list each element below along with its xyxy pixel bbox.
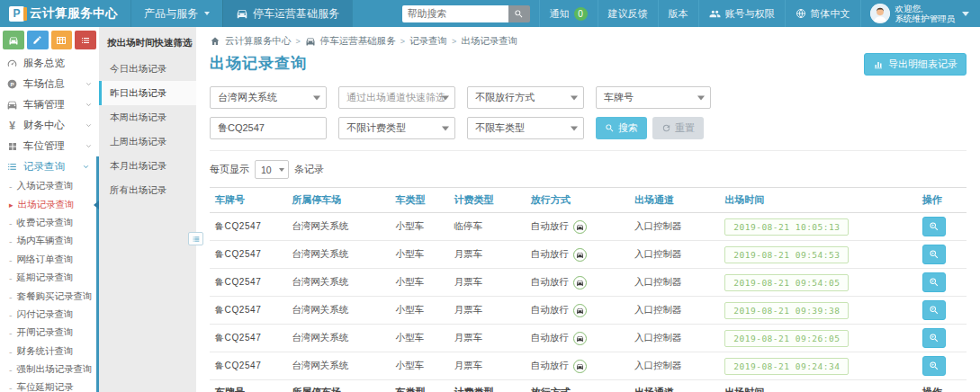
release-mode-select[interactable]: 不限放行方式 bbox=[467, 86, 584, 109]
sidebar-subitem[interactable]: 入场记录查询 bbox=[0, 177, 96, 195]
exit-channel-select[interactable]: 通过出场通道快速筛选 bbox=[338, 86, 455, 109]
sidebar-subitem[interactable]: 财务统计查询 bbox=[0, 343, 96, 361]
sidebar-item-overview[interactable]: 服务总览 bbox=[0, 53, 99, 74]
quick-list-button[interactable] bbox=[75, 31, 96, 49]
sidebar-subitem-label: 开闸记录查询 bbox=[17, 326, 74, 339]
exit-records-table: 车牌号 所属停车场 车类型 计费类型 放行方式 出场通道 出场时间 操作 鲁CQ… bbox=[210, 187, 967, 392]
breadcrumb-item[interactable]: 出场记录查询 bbox=[461, 35, 517, 48]
time-filter-title: 按出场时间快速筛选 bbox=[99, 27, 196, 57]
nav-products-menu[interactable]: 产品与服务 bbox=[131, 0, 222, 27]
view-detail-button[interactable] bbox=[922, 356, 946, 376]
quick-table-button[interactable] bbox=[51, 31, 73, 49]
quick-edit-button[interactable] bbox=[27, 31, 49, 49]
view-detail-button[interactable] bbox=[922, 245, 946, 264]
sidebar-subitem[interactable]: 套餐购买记录查询 bbox=[0, 287, 96, 305]
table-footer-row: 车牌号 所属停车场 车类型 计费类型 放行方式 出场通道 出场时间 操作 bbox=[210, 380, 967, 392]
time-filter-item-label: 今日出场记录 bbox=[110, 63, 166, 76]
list-icon bbox=[6, 161, 18, 173]
nav-feedback[interactable]: 建议反馈 bbox=[598, 0, 658, 27]
sidebar-subitem[interactable]: 场内车辆查询 bbox=[0, 232, 96, 250]
breadcrumb: 云计算服务中心 > 停车运营基础服务 > 记录查询 > 出场记录查询 bbox=[210, 34, 967, 49]
help-search-input[interactable] bbox=[402, 5, 508, 22]
reset-button[interactable]: 重置 bbox=[652, 117, 704, 139]
nav-language[interactable]: 简体中文 bbox=[785, 0, 860, 27]
chevron-down-icon bbox=[85, 142, 93, 150]
time-filter-item[interactable]: 本月出场记录 bbox=[99, 154, 196, 178]
column-header[interactable]: 所属停车场 bbox=[286, 188, 390, 213]
sidebar-subitem[interactable]: 开闸记录查询 bbox=[0, 324, 96, 342]
sidebar-item-space-mgmt[interactable]: 车位管理 bbox=[0, 136, 99, 156]
sidebar-item-vehicle-mgmt[interactable]: 车辆管理 bbox=[0, 94, 99, 115]
breadcrumb-item[interactable]: 停车运营基础服务 bbox=[320, 35, 396, 48]
billing-type-select[interactable]: 不限计费类型 bbox=[338, 117, 455, 139]
time-filter-item[interactable]: 上周出场记录 bbox=[99, 129, 196, 154]
export-records-button[interactable]: 导出明细表记录 bbox=[864, 53, 967, 76]
sidebar-subitem-label: 入场记录查询 bbox=[17, 180, 74, 192]
view-detail-button[interactable] bbox=[922, 272, 946, 292]
sidebar-subitem-label: 收费记录查询 bbox=[17, 217, 74, 229]
sidebar-subitem[interactable]: 强制出场记录查询 bbox=[0, 361, 96, 379]
car-type: 小型车 bbox=[395, 332, 424, 343]
time-filter-item[interactable]: 今日出场记录 bbox=[99, 57, 196, 81]
car-type: 小型车 bbox=[395, 304, 424, 315]
sidebar-subitem[interactable]: 车位延期记录 bbox=[0, 379, 96, 392]
export-button-label: 导出明细表记录 bbox=[888, 58, 958, 71]
release-mode: 自动放行 bbox=[531, 248, 569, 261]
page-size-select[interactable]: 10 bbox=[255, 160, 289, 179]
caret-down-icon bbox=[442, 95, 449, 100]
column-header[interactable]: 出场通道 bbox=[629, 188, 719, 213]
nav-notifications[interactable]: 通知 0 bbox=[539, 0, 598, 27]
app-logo[interactable]: P 云计算服务中心 bbox=[0, 0, 131, 27]
nav-account[interactable]: 账号与权限 bbox=[698, 0, 785, 27]
dashboard-icon bbox=[6, 58, 18, 69]
view-detail-button[interactable] bbox=[922, 300, 946, 320]
plate-number: 鲁CQ2547 bbox=[215, 333, 261, 343]
sidebar-subitem-label: 套餐购买记录查询 bbox=[17, 290, 93, 303]
sidebar-subitem[interactable]: 收费记录查询 bbox=[0, 214, 96, 232]
user-menu[interactable]: 欢迎您, 系统维护管理员 bbox=[860, 0, 980, 27]
list-icon bbox=[192, 235, 201, 244]
plate-field-select[interactable]: 车牌号 bbox=[596, 86, 711, 109]
search-button[interactable]: 搜索 bbox=[596, 117, 647, 139]
column-header[interactable]: 出场时间 bbox=[719, 188, 917, 213]
vehicle-type-select[interactable]: 不限车类型 bbox=[467, 117, 584, 139]
time-filter-item-label: 上周出场记录 bbox=[110, 136, 166, 148]
column-header[interactable]: 车类型 bbox=[390, 188, 448, 213]
breadcrumb-separator: > bbox=[400, 37, 405, 46]
plate-number-input[interactable] bbox=[210, 117, 327, 139]
parking-system-select[interactable]: 台湾网关系统 bbox=[210, 86, 327, 109]
sidebar-item-records[interactable]: 记录查询 bbox=[0, 156, 99, 177]
main-sidebar: 服务总览 P 车场信息 车辆管理 ¥ 财务中心 车位管理 记录查询 入场记录查询… bbox=[0, 27, 99, 392]
auto-release-car-icon bbox=[573, 220, 587, 234]
table-icon bbox=[56, 35, 67, 46]
quick-car-button[interactable] bbox=[3, 31, 24, 49]
column-header[interactable]: 车牌号 bbox=[210, 188, 286, 213]
sidebar-item-parking-info[interactable]: P 车场信息 bbox=[0, 74, 99, 94]
column-header[interactable]: 计费类型 bbox=[449, 188, 526, 213]
sidebar-subitem[interactable]: 网络订单查询 bbox=[0, 251, 96, 269]
breadcrumb-item[interactable]: 云计算服务中心 bbox=[225, 35, 292, 48]
caret-down-icon bbox=[962, 12, 969, 16]
nav-version[interactable]: 版本 bbox=[658, 0, 698, 27]
sidebar-submenu: 入场记录查询出场记录查询收费记录查询场内车辆查询网络订单查询延期记录查询套餐购买… bbox=[0, 177, 99, 392]
sidebar-item-label: 车辆管理 bbox=[23, 98, 65, 111]
time-filter-item[interactable]: 昨日出场记录 bbox=[99, 81, 196, 105]
time-filter-item[interactable]: 本周出场记录 bbox=[99, 105, 196, 129]
exit-time: 2019-08-21 09:54:05 bbox=[724, 274, 849, 291]
view-detail-button[interactable] bbox=[922, 328, 946, 348]
sidebar-item-finance[interactable]: ¥ 财务中心 bbox=[0, 115, 99, 136]
sidebar-subitem[interactable]: 延期记录查询 bbox=[0, 269, 96, 287]
help-search-button[interactable] bbox=[508, 5, 530, 22]
parking-lot: 台湾网关系统 bbox=[292, 304, 348, 315]
breadcrumb-item[interactable]: 记录查询 bbox=[409, 35, 447, 48]
sidebar-subitem[interactable]: 出场记录查询 bbox=[0, 195, 96, 213]
search-button-label: 搜索 bbox=[618, 121, 638, 135]
column-header[interactable]: 放行方式 bbox=[526, 188, 629, 213]
panel-collapse-button[interactable] bbox=[188, 232, 203, 245]
sidebar-subitem[interactable]: 闪付记录查询 bbox=[0, 306, 96, 324]
view-detail-button[interactable] bbox=[922, 217, 946, 236]
auto-release-car-icon bbox=[573, 332, 587, 345]
release-mode: 自动放行 bbox=[531, 220, 569, 233]
nav-parking-service[interactable]: 停车运营基础服务 bbox=[222, 0, 353, 27]
time-filter-item[interactable]: 所有出场记录 bbox=[99, 178, 196, 202]
